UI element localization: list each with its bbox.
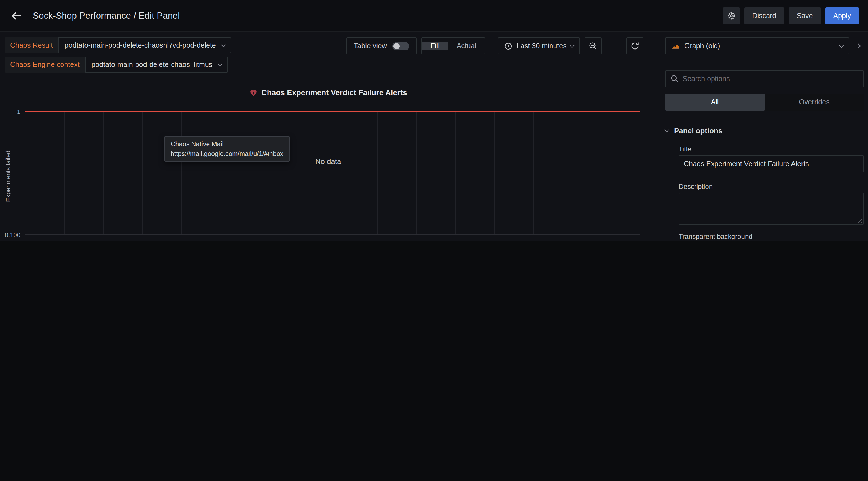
title-field	[679, 155, 864, 173]
table-view-switch[interactable]	[393, 42, 410, 50]
options-search	[665, 70, 864, 87]
actual-option[interactable]: Actual	[448, 42, 485, 50]
options-search-input[interactable]	[665, 70, 864, 87]
x-tick-label: 13:36	[213, 239, 228, 241]
gridline	[494, 112, 495, 234]
x-tick-label: 13:52	[526, 239, 541, 241]
gridline	[64, 112, 65, 234]
variable-chaos-result: Chaos Result podtato-main-pod-delete-cha…	[4, 37, 231, 53]
gridline	[416, 112, 417, 234]
gridline	[338, 112, 338, 234]
title-field-label: Title	[679, 145, 864, 153]
x-tick-label: 13:38	[252, 239, 267, 241]
panel-preview: Chaos Experiment Verdict Failure Alerts …	[0, 77, 656, 241]
gridline	[260, 112, 260, 234]
series-line	[25, 111, 640, 112]
gridline	[533, 112, 534, 234]
chevron-down-icon	[570, 43, 575, 48]
grafana-edit-panel: Sock-Shop Performance / Edit Panel Disca…	[0, 0, 868, 241]
save-button[interactable]: Save	[788, 7, 821, 24]
discard-button[interactable]: Discard	[744, 7, 784, 24]
variable-value-dropdown[interactable]: podtato-main-pod-delete-chaosnl7vd-pod-d…	[58, 37, 231, 53]
time-range-label: Last 30 minutes	[517, 42, 567, 50]
x-tick-label: 13:34	[174, 239, 189, 241]
x-tick-label: 13:42	[330, 239, 346, 241]
gridline	[142, 112, 143, 234]
gridline	[455, 112, 456, 234]
gridline	[612, 112, 612, 234]
panel-title-text: Chaos Experiment Verdict Failure Alerts	[261, 89, 407, 97]
chevron-down-icon	[664, 128, 669, 132]
panel-description-textarea[interactable]	[679, 193, 864, 224]
top-bar: Sock-Shop Performance / Edit Panel Disca…	[0, 0, 868, 32]
x-tick-label: 13:56	[604, 239, 619, 241]
apply-button[interactable]: Apply	[825, 7, 859, 24]
chevron-right-icon	[856, 44, 861, 49]
table-view-toggle[interactable]: Table view	[346, 37, 417, 55]
gridline	[377, 112, 378, 234]
page-title: Sock-Shop Performance / Edit Panel	[33, 10, 180, 21]
zoom-out-button[interactable]	[585, 37, 602, 55]
x-tick-label: 13:48	[447, 239, 463, 241]
x-tick-label: 13:46	[408, 239, 424, 241]
variable-value: podtato-main-pod-delete-chaos_litmus	[92, 61, 213, 69]
visualization-picker[interactable]: Graph (old)	[665, 37, 849, 55]
refresh-button[interactable]	[627, 37, 644, 55]
variable-label: Chaos Engine context	[4, 57, 85, 72]
gridline	[103, 112, 104, 234]
graph-viz-icon	[671, 42, 680, 50]
visualization-row: Graph (old)	[665, 37, 864, 55]
options-pane: Graph (old) All Overrides Panel options	[656, 32, 868, 241]
y-axis-label: Experiments failed	[4, 140, 11, 213]
x-tick-label: 13:32	[134, 239, 150, 241]
transparent-label: Transparent background	[679, 233, 864, 241]
table-view-label: Table view	[354, 42, 387, 50]
no-data-text: No data	[0, 157, 656, 166]
x-tick-label: 13:30	[95, 239, 111, 241]
x-tick-label: 13:50	[487, 239, 502, 241]
x-tick-label: 13:44	[369, 239, 385, 241]
panel-title-input[interactable]	[679, 155, 864, 173]
variable-chaos-engine-context: Chaos Engine context podtato-main-pod-de…	[4, 57, 228, 72]
visualization-name: Graph (old)	[684, 42, 720, 50]
broken-heart-icon	[249, 89, 257, 97]
x-tick-label: 13:40	[291, 239, 306, 241]
options-filter-tabs: All Overrides	[665, 94, 864, 111]
main-column: Chaos Result podtato-main-pod-delete-cha…	[0, 32, 656, 241]
panel-view-controls: Table view Fill Actual Last 30 minutes	[346, 37, 644, 55]
gridline	[299, 112, 299, 234]
variable-value: podtato-main-pod-delete-chaosnl7vd-pod-d…	[65, 41, 216, 49]
options-pane-collapse-button[interactable]	[853, 37, 864, 55]
plot-area[interactable]: 13:2813:3013:3213:3413:3613:3813:4013:42…	[25, 112, 640, 235]
back-button[interactable]	[9, 8, 24, 23]
fill-actual-segmented: Fill Actual	[422, 37, 485, 55]
variable-value-dropdown[interactable]: podtato-main-pod-delete-chaos_litmus	[85, 57, 228, 72]
x-tick-label: 13:54	[565, 239, 580, 241]
tab-all[interactable]: All	[665, 94, 765, 111]
x-tick-label: 13:28	[56, 239, 72, 241]
resize-grip-icon[interactable]	[857, 217, 862, 223]
tab-overrides[interactable]: Overrides	[765, 94, 864, 111]
chevron-down-icon	[217, 62, 222, 66]
chevron-down-icon	[839, 43, 844, 48]
chevron-down-icon	[221, 42, 226, 47]
panel-settings-button[interactable]	[723, 7, 740, 24]
refresh-icon	[631, 41, 640, 51]
gridline	[181, 112, 182, 234]
section-heading: Panel options	[674, 126, 722, 135]
arrow-left-icon	[11, 10, 22, 21]
variable-label: Chaos Result	[4, 37, 58, 53]
gear-icon	[727, 11, 736, 20]
panel-title: Chaos Experiment Verdict Failure Alerts	[0, 89, 656, 97]
annotation-tooltip-title: Chaos Native Mail	[170, 140, 283, 149]
description-field	[679, 193, 864, 224]
section-panel-options[interactable]: Panel options	[665, 126, 864, 135]
fill-option[interactable]: Fill	[422, 42, 448, 50]
time-range-picker[interactable]: Last 30 minutes	[498, 37, 580, 55]
search-icon	[670, 74, 679, 83]
top-bar-actions: Discard Save Apply	[723, 7, 859, 24]
gridline	[572, 112, 573, 234]
y-tick-1: 1	[10, 108, 21, 115]
clock-icon	[504, 42, 513, 50]
gridline	[221, 112, 221, 234]
